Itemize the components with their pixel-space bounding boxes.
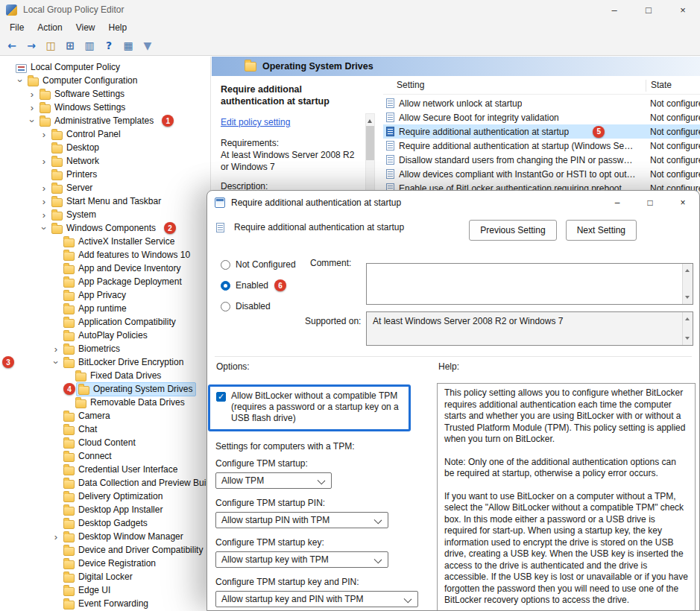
- tree-item[interactable]: 4 Operating System Drives: [0, 382, 210, 396]
- close-button[interactable]: ×: [666, 0, 700, 19]
- tree-item-body[interactable]: Camera: [61, 409, 114, 423]
- menu-item[interactable]: File: [3, 21, 31, 34]
- column-header-setting[interactable]: Setting: [397, 80, 424, 90]
- comment-textarea[interactable]: [366, 263, 693, 305]
- tree-item[interactable]: Windows Components 2: [0, 221, 210, 235]
- tree-item[interactable]: Desktop App Installer: [0, 503, 210, 516]
- tree-item-body[interactable]: Start Menu and Taskbar: [49, 194, 165, 209]
- icon-view-icon[interactable]: ▦: [119, 37, 137, 54]
- show-console-tree-icon[interactable]: ◫: [42, 37, 60, 54]
- next-setting-button[interactable]: Next Setting: [566, 220, 637, 241]
- export-list-icon[interactable]: ⊞: [61, 37, 79, 54]
- tree-item-body[interactable]: Device Registration: [61, 557, 160, 571]
- tree-item[interactable]: Computer Configuration: [0, 74, 210, 87]
- menu-item[interactable]: Help: [102, 21, 134, 34]
- tree-item[interactable]: App runtime: [0, 302, 210, 315]
- menu-item[interactable]: Action: [31, 21, 69, 34]
- settings-list-row[interactable]: Disallow standard users from changing th…: [383, 153, 700, 167]
- dropdown-select[interactable]: Allow TPM: [215, 472, 332, 489]
- tree-item-body[interactable]: Edge UI: [61, 583, 114, 598]
- tree-item-body[interactable]: Event Forwarding: [61, 597, 152, 611]
- tree-item-body[interactable]: Device and Driver Compatibility: [61, 543, 206, 557]
- tree-item-body[interactable]: Connect: [61, 449, 116, 463]
- tree-item[interactable]: App and Device Inventory: [0, 262, 210, 275]
- tree-item[interactable]: Desktop: [0, 141, 210, 154]
- tree-item-body[interactable]: Credential User Interface: [61, 463, 181, 477]
- tree-item[interactable]: ActiveX Installer Service: [0, 235, 210, 248]
- tree-item-body[interactable]: ActiveX Installer Service: [61, 235, 178, 249]
- tree-item[interactable]: Event Forwarding: [0, 597, 210, 610]
- tree-item-body[interactable]: Application Compatibility: [61, 315, 180, 329]
- back-icon[interactable]: ←: [3, 37, 21, 54]
- properties-icon[interactable]: ▥: [81, 37, 98, 54]
- tree-item-body[interactable]: Control Panel: [49, 127, 124, 142]
- tpm-checkbox[interactable]: [216, 392, 226, 402]
- tree-item[interactable]: Connect: [0, 449, 210, 463]
- tree-item-body[interactable]: Cloud Content: [61, 436, 139, 450]
- tree-item-body[interactable]: Network: [49, 154, 103, 168]
- menu-item[interactable]: View: [69, 21, 102, 34]
- tree-item[interactable]: Fixed Data Drives: [0, 369, 210, 382]
- tree-item-body[interactable]: Local Computer Policy: [13, 60, 124, 75]
- scroll-up-icon[interactable]: [366, 114, 374, 124]
- tree-item[interactable]: Start Menu and Taskbar: [0, 194, 210, 208]
- tree-item[interactable]: Camera: [0, 409, 210, 422]
- tree-item-body[interactable]: Delivery Optimization: [61, 490, 166, 504]
- tree-item[interactable]: Removable Data Drives: [0, 396, 210, 409]
- dialog-close-button[interactable]: ×: [666, 191, 699, 215]
- tree-expander-icon[interactable]: [27, 102, 37, 113]
- tree-expander-icon[interactable]: [51, 531, 61, 542]
- tree-item[interactable]: Printers: [0, 168, 210, 181]
- tree-item-body[interactable]: Operating System Drives: [76, 382, 196, 396]
- tree-item[interactable]: Control Panel: [0, 127, 210, 141]
- tree-item-body[interactable]: Add features to Windows 10: [61, 248, 194, 262]
- tree-item[interactable]: Network: [0, 154, 210, 168]
- edit-policy-setting-link[interactable]: Edit policy setting: [221, 116, 362, 128]
- tree-item[interactable]: Device and Driver Compatibility: [0, 543, 210, 557]
- tree-item[interactable]: Device Registration: [0, 557, 210, 570]
- tree-expander-icon[interactable]: [27, 115, 37, 127]
- tree-item[interactable]: Edge UI: [0, 583, 210, 597]
- radio-option[interactable]: Disabled: [221, 301, 296, 311]
- dropdown-select[interactable]: Allow startup key with TPM: [215, 551, 388, 568]
- tree-item[interactable]: Chat: [0, 422, 210, 436]
- tree-item[interactable]: Credential User Interface: [0, 463, 210, 476]
- tree-expander-icon[interactable]: [39, 223, 49, 234]
- tree-item-body[interactable]: App runtime: [61, 302, 130, 316]
- tree-item-body[interactable]: Removable Data Drives: [73, 396, 189, 410]
- tree-item-body[interactable]: AutoPlay Policies: [61, 329, 151, 343]
- tree-item-body[interactable]: Computer Configuration: [25, 74, 141, 88]
- tree-item-body[interactable]: Data Collection and Preview Builds: [61, 476, 211, 490]
- help-icon[interactable]: ?: [100, 37, 118, 54]
- tree-item[interactable]: Administrative Templates 1: [0, 114, 210, 127]
- maximize-button[interactable]: □: [631, 0, 666, 19]
- settings-list-row[interactable]: Require additional authentication at sta…: [383, 139, 700, 153]
- tree-item[interactable]: App Privacy: [0, 288, 210, 302]
- tree-expander-icon[interactable]: [51, 344, 61, 355]
- tree-expander-icon[interactable]: [39, 209, 49, 221]
- minimize-button[interactable]: –: [597, 0, 631, 19]
- previous-setting-button[interactable]: Previous Setting: [469, 220, 556, 241]
- scrollbar[interactable]: [682, 312, 693, 345]
- tree-expander-icon[interactable]: [51, 357, 61, 368]
- radio-option[interactable]: Not Configured: [221, 259, 296, 270]
- tree-item[interactable]: Desktop Window Manager: [0, 530, 210, 543]
- filter-icon[interactable]: ▼: [139, 37, 157, 54]
- tree-item[interactable]: Add features to Windows 10: [0, 248, 210, 262]
- tree-item[interactable]: Server: [0, 181, 210, 194]
- tree-item-body[interactable]: Fixed Data Drives: [73, 369, 165, 383]
- scrollbar[interactable]: [682, 264, 693, 304]
- tree-item-body[interactable]: Digital Locker: [61, 570, 136, 584]
- tree-item-body[interactable]: Desktop: [49, 141, 103, 155]
- forward-icon[interactable]: →: [22, 37, 40, 54]
- tree-item-body[interactable]: Printers: [49, 168, 101, 182]
- tree-item-body[interactable]: Chat: [61, 422, 101, 437]
- tree-item[interactable]: Local Computer Policy: [0, 60, 210, 74]
- dialog-minimize-button[interactable]: –: [601, 191, 634, 215]
- tree-item-body[interactable]: Windows Settings: [37, 101, 129, 115]
- dropdown-select[interactable]: Allow startup PIN with TPM: [215, 512, 388, 528]
- tree-item-body[interactable]: App and Device Inventory: [61, 262, 184, 276]
- tree-item[interactable]: Application Compatibility: [0, 315, 210, 329]
- tree-item-body[interactable]: Biometrics: [61, 342, 124, 356]
- tree-item-body[interactable]: App Privacy: [61, 288, 130, 303]
